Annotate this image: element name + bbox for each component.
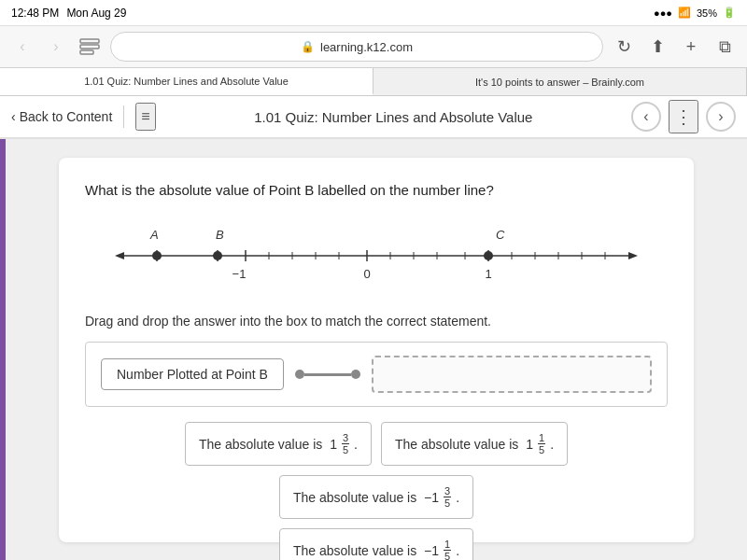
back-to-content-button[interactable]: ‹ Back to Content: [11, 109, 112, 124]
answer-1-fraction: 3 5: [342, 432, 349, 455]
connector-line: [304, 373, 351, 376]
svg-rect-0: [80, 39, 99, 43]
app-toolbar: ‹ Back to Content ≡ 1.01 Quiz: Number Li…: [0, 96, 747, 139]
svg-rect-1: [80, 45, 99, 49]
new-tab-button[interactable]: +: [678, 34, 704, 60]
lock-icon: 🔒: [301, 40, 315, 53]
quiz-container: What is the absolute value of Point B la…: [6, 139, 747, 560]
svg-rect-2: [80, 50, 93, 54]
arrow-left: [115, 252, 124, 259]
status-bar: 12:48 PM Mon Aug 29 ●●● 📶 35% 🔋: [0, 0, 747, 26]
answer-options: The absolute value is 1 3 5 . The absolu…: [85, 422, 668, 519]
tab-quiz[interactable]: 1.01 Quiz: Number Lines and Absolute Val…: [0, 68, 374, 95]
answer-2-num: 1: [522, 437, 533, 452]
signal-icon: ●●●: [654, 7, 672, 19]
answer-option-1[interactable]: The absolute value is 1 3 5 .: [185, 422, 372, 466]
tabs-button[interactable]: ⧉: [712, 34, 738, 60]
answer-4-dot: .: [456, 543, 459, 558]
point-b-label: B: [216, 228, 224, 242]
wifi-icon: 📶: [678, 7, 691, 19]
answer-1-num: 1: [326, 437, 337, 452]
connector-dot-left: [295, 370, 304, 379]
label-1: 1: [485, 267, 491, 281]
toolbar-title: 1.01 Quiz: Number Lines and Absolute Val…: [163, 109, 624, 125]
answer-3-fraction: 3 5: [444, 485, 451, 509]
back-button[interactable]: ‹: [9, 34, 35, 60]
answer-3-num: −1: [420, 490, 439, 505]
browser-chrome: ‹ › 🔒 learning.k12.com ↻ ⬆ + ⧉: [0, 26, 747, 68]
point-b-dot: [213, 251, 222, 260]
answer-3-dot: .: [456, 490, 459, 505]
chevron-left-icon: ‹: [11, 109, 16, 124]
content-area: What is the absolute value of Point B la…: [0, 139, 747, 560]
answer-4-fraction: 1 5: [444, 539, 451, 560]
bookmarks-button[interactable]: [77, 34, 103, 60]
back-label: Back to Content: [20, 109, 113, 124]
answer-3-prefix: The absolute value is: [293, 490, 416, 505]
answer-2-prefix: The absolute value is: [395, 437, 518, 452]
answer-options-row2: The absolute value is −1 1 5 .: [85, 528, 668, 560]
time-display: 12:48 PM: [11, 7, 59, 20]
drop-target[interactable]: [372, 356, 652, 393]
point-a-label: A: [149, 228, 159, 242]
answer-4-num: −1: [420, 543, 439, 558]
label-neg1: −1: [233, 267, 247, 281]
browser-actions: ↻ ⬆ + ⧉: [611, 34, 738, 60]
point-c-label: C: [496, 228, 505, 242]
answer-4-prefix: The absolute value is: [293, 543, 416, 558]
prev-nav-button[interactable]: ‹: [631, 102, 661, 132]
drag-instruction: Drag and drop the answer into the box to…: [85, 314, 668, 329]
battery-display: 35%: [697, 7, 717, 19]
url-display: learning.k12.com: [320, 40, 413, 54]
answer-2-fraction: 1 5: [538, 432, 545, 455]
number-line-container: A B C: [85, 217, 668, 295]
question-text: What is the absolute value of Point B la…: [85, 180, 668, 200]
browser-nav: ‹ › 🔒 learning.k12.com ↻ ⬆ + ⧉: [0, 26, 747, 67]
answer-option-4[interactable]: The absolute value is −1 1 5 .: [279, 528, 473, 560]
battery-icon: 🔋: [723, 7, 736, 19]
number-line-svg: A B C: [85, 226, 668, 286]
menu-button[interactable]: ≡: [135, 103, 155, 131]
address-bar[interactable]: 🔒 learning.k12.com: [110, 32, 603, 62]
quiz-card: What is the absolute value of Point B la…: [59, 158, 694, 542]
answer-option-2[interactable]: The absolute value is 1 1 5 .: [381, 422, 568, 466]
tabs-bar: 1.01 Quiz: Number Lines and Absolute Val…: [0, 68, 747, 96]
share-button[interactable]: ⬆: [644, 34, 670, 60]
drag-source[interactable]: Number Plotted at Point B: [101, 358, 284, 390]
point-c-dot: [484, 251, 493, 260]
connector-dot-right: [351, 370, 360, 379]
point-a-dot: [152, 251, 162, 260]
label-0: 0: [363, 267, 370, 281]
answer-option-3[interactable]: The absolute value is −1 3 5 .: [279, 475, 473, 519]
more-options-button[interactable]: ⋮: [669, 100, 698, 133]
reload-button[interactable]: ↻: [611, 34, 637, 60]
forward-button[interactable]: ›: [43, 34, 69, 60]
arrow-right: [628, 252, 638, 259]
toolbar-divider: [123, 105, 124, 128]
drag-area: Number Plotted at Point B: [85, 342, 668, 407]
answer-1-dot: .: [354, 437, 358, 452]
drag-connector: [295, 370, 360, 379]
toolbar-nav: ‹ ⋮ ›: [631, 100, 736, 133]
answer-2-dot: .: [550, 437, 554, 452]
next-nav-button[interactable]: ›: [706, 102, 736, 132]
answer-1-prefix: The absolute value is: [199, 437, 322, 452]
date-display: Mon Aug 29: [66, 7, 126, 20]
tab-brainly[interactable]: It's 10 points to answer – Brainly.com: [374, 68, 747, 95]
